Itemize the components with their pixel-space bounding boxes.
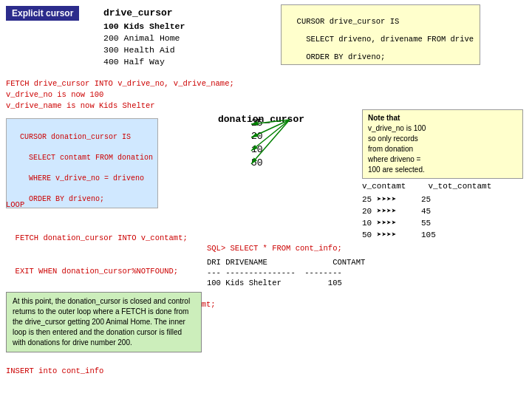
note-box: Note that v_drive_no is 100 so only reco… — [362, 109, 523, 179]
loop-line2: FETCH donation_cursor INTO v_contamt; — [6, 233, 239, 244]
select-sql: SQL> SELECT * FROM cont_info; — [207, 244, 342, 253]
drive-cursor-title: drive_cursor — [103, 7, 173, 18]
v-row-2: 20 ➤➤➤➤ 45 — [362, 205, 466, 217]
donation-val-1: 25 — [251, 117, 263, 130]
v-row-2-left: 20 ➤➤➤➤ — [362, 205, 421, 217]
drive-list-row-300: 300 Health Aid — [103, 44, 185, 56]
note-title: Note that — [368, 113, 517, 123]
loop-block: LOOP FETCH donation_cursor INTO v_contam… — [6, 177, 239, 399]
note-line1: v_drive_no is 100 — [368, 123, 517, 134]
fetch-line1: FETCH drive_cursor INTO v_drive_no, v_dr… — [6, 78, 234, 89]
v-row-1-left: 25 ➤➤➤➤ — [362, 194, 421, 205]
explicit-cursor-label: Explicit cursor — [6, 6, 79, 21]
v-tot-contamt-col-header: v_tot_contamt — [428, 182, 491, 191]
v-contamt-values: 25 ➤➤➤➤ 25 20 ➤➤➤➤ 45 10 ➤➤➤➤ 55 50 ➤➤➤➤… — [362, 194, 466, 241]
drive-list-row-100: 100 Kids Shelter — [103, 21, 185, 33]
v-row-4: 50 ➤➤➤➤ 105 — [362, 229, 466, 241]
fetch-line3: v_drive_name is now Kids Shelter — [6, 100, 234, 112]
v-contamt-col-header: v_contamt — [362, 182, 406, 191]
v-row-3-left: 10 ➤➤➤➤ — [362, 217, 421, 229]
v-row-2-right: 45 — [421, 205, 466, 217]
dcursor-line2: SELECT contamt FROM donation — [20, 154, 153, 162]
fetch-line2: v_drive_no is now 100 — [6, 89, 234, 100]
drive-list: 100 Kids Shelter 200 Animal Home 300 Hea… — [103, 21, 185, 68]
v-row-1: 25 ➤➤➤➤ 25 — [362, 194, 466, 205]
donation-val-4: 50 — [251, 157, 263, 170]
cursor-def-line2: SELECT driveno, drivename FROM drive — [297, 35, 474, 44]
result-header: DRI DRIVENAME CONTAMT --- --------------… — [207, 257, 365, 288]
cursor-def-line3: ORDER BY driveno; — [297, 52, 386, 61]
loop-line6: INSERT into cont_info — [6, 366, 239, 377]
loop-line3: EXIT WHEN donation_cursor%NOTFOUND; — [6, 266, 239, 277]
v-row-4-left: 50 ➤➤➤➤ — [362, 229, 421, 241]
note-line3: from donation — [368, 144, 517, 154]
fetch-block: FETCH drive_cursor INTO v_drive_no, v_dr… — [6, 78, 234, 112]
v-row-4-right: 105 — [421, 229, 466, 241]
loop-line1: LOOP — [6, 200, 239, 211]
drive-list-row-400: 400 Half Way — [103, 56, 185, 68]
dcursor-line1: CURSOR donation_cursor IS — [20, 133, 131, 141]
cursor-definition-box: CURSOR drive_cursor IS SELECT driveno, d… — [281, 4, 480, 65]
donation-values: 25 20 10 50 — [251, 117, 263, 170]
v-row-3-right: 55 — [421, 217, 466, 229]
v-contamt-header: v_contamt v_tot_contamt — [362, 182, 491, 191]
drive-list-row-200: 200 Animal Home — [103, 33, 185, 44]
note-line5: 100 are selected. — [368, 165, 517, 175]
donation-val-2: 20 — [251, 130, 263, 143]
donation-val-3: 10 — [251, 143, 263, 157]
cursor-def-line1: CURSOR drive_cursor IS — [297, 17, 400, 26]
v-row-3: 10 ➤➤➤➤ 55 — [362, 217, 466, 229]
explanation-box: At this point, the donation_cursor is cl… — [6, 292, 202, 352]
note-line2: so only records — [368, 134, 517, 144]
note-line4: where driveno = — [368, 154, 517, 165]
v-row-1-right: 25 — [421, 194, 466, 205]
